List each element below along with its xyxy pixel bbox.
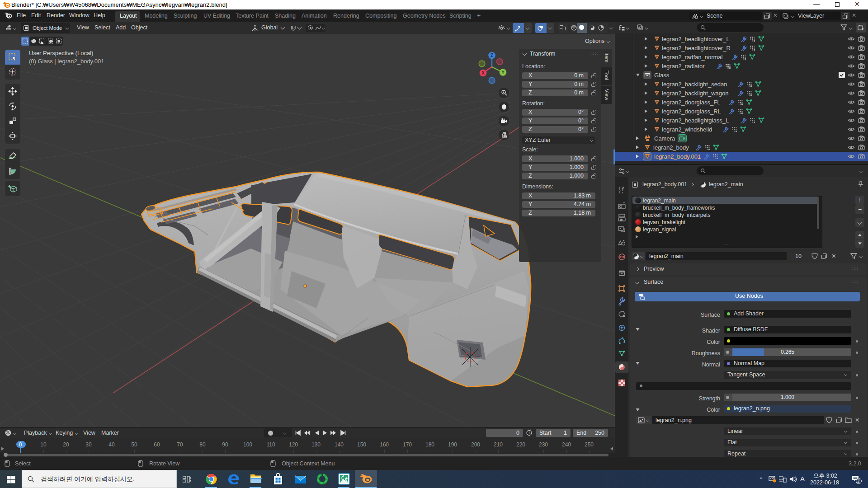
svg-text:Z: Z	[491, 53, 493, 58]
svg-text:Y: Y	[501, 70, 505, 75]
svg-text:X: X	[481, 70, 485, 75]
